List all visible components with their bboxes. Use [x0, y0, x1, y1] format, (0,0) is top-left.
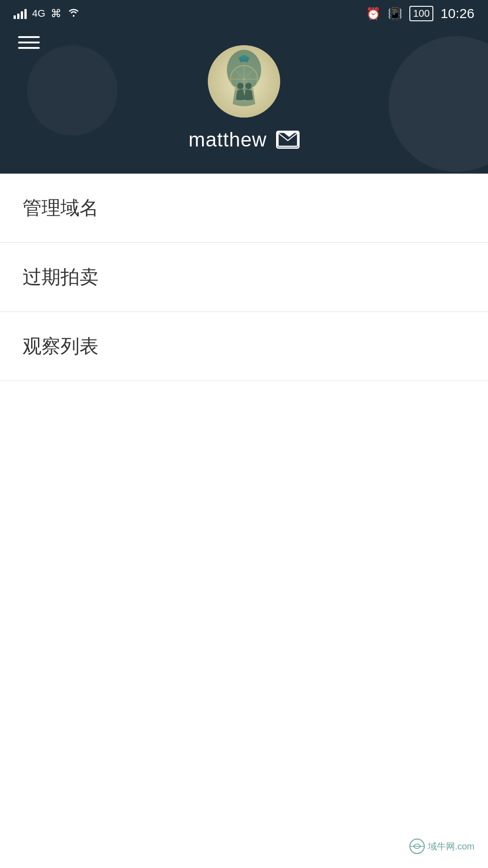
menu-item-expired-auction[interactable]: 过期拍卖 [0, 243, 488, 312]
wifi-icon: ⌘ [51, 7, 61, 20]
menu-list: 管理域名 过期拍卖 观察列表 [0, 174, 488, 381]
profile-header: matthew [0, 27, 488, 174]
battery-level: 100 [413, 8, 430, 19]
status-left: 4G ⌘ [14, 7, 80, 20]
menu-line-1 [18, 36, 40, 38]
content-area [0, 381, 488, 788]
wifi-signal [67, 7, 80, 20]
svg-point-7 [237, 83, 244, 89]
watermark-text: 域牛网.com [428, 840, 474, 853]
watermark: 域牛网.com [409, 838, 474, 854]
avatar[interactable] [208, 45, 280, 118]
menu-item-expired-auction-text: 过期拍卖 [23, 266, 99, 288]
network-type: 4G [32, 8, 45, 19]
avatar-container [208, 45, 280, 118]
menu-line-3 [18, 47, 40, 49]
menu-line-2 [18, 42, 40, 43]
hamburger-menu-button[interactable] [18, 36, 40, 49]
watermark-logo [409, 838, 425, 854]
username: matthew [188, 128, 267, 151]
svg-rect-10 [278, 132, 297, 146]
menu-item-manage-domain[interactable]: 管理域名 [0, 174, 488, 243]
menu-item-watch-list[interactable]: 观察列表 [0, 312, 488, 381]
time: 10:26 [441, 6, 474, 21]
alarm-icon: ⏰ [366, 7, 380, 21]
message-button[interactable] [276, 131, 300, 149]
menu-item-manage-domain-text: 管理域名 [23, 197, 99, 218]
status-right: ⏰ 📳 100 10:26 [366, 6, 474, 21]
svg-rect-9 [241, 55, 247, 59]
menu-item-watch-list-text: 观察列表 [23, 335, 99, 357]
status-bar: 4G ⌘ ⏰ 📳 100 10:26 [0, 0, 488, 27]
battery-container: 100 [409, 6, 433, 21]
vibrate-icon: 📳 [388, 7, 402, 21]
user-info-row: matthew [188, 128, 299, 151]
svg-point-8 [245, 83, 252, 89]
signal-icon [14, 8, 27, 19]
